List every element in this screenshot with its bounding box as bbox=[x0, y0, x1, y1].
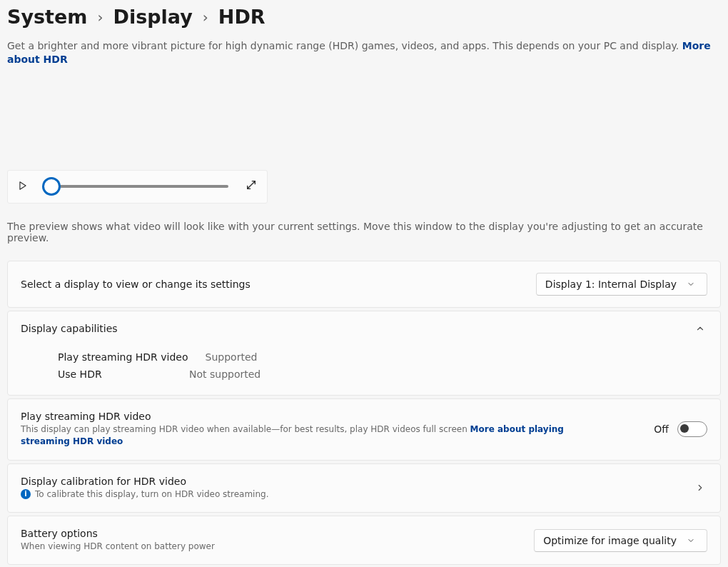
stream-hdr-state-label: Off bbox=[654, 423, 669, 435]
display-capabilities-card: Display capabilities Play streaming HDR … bbox=[7, 311, 721, 396]
chevron-down-icon bbox=[684, 280, 698, 288]
lead-text: Get a brighter and more vibrant picture … bbox=[7, 40, 682, 51]
battery-options-dropdown[interactable]: Optimize for image quality bbox=[534, 529, 707, 552]
stream-hdr-toggle[interactable] bbox=[677, 421, 707, 437]
svg-marker-0 bbox=[20, 182, 26, 190]
breadcrumb-system[interactable]: System bbox=[7, 6, 87, 28]
stream-hdr-desc: This display can play streaming HDR vide… bbox=[21, 423, 577, 448]
capability-row: Play streaming HDR video Supported bbox=[58, 348, 707, 366]
capability-label: Play streaming HDR video bbox=[58, 348, 188, 366]
calibration-title: Display calibration for HDR video bbox=[21, 476, 268, 487]
preview-slider[interactable] bbox=[45, 185, 228, 188]
display-capabilities-title: Display capabilities bbox=[21, 323, 118, 334]
breadcrumb: System › Display › HDR bbox=[7, 4, 721, 32]
display-selector-label: Select a display to view or change its s… bbox=[21, 279, 251, 290]
slider-thumb[interactable] bbox=[42, 177, 61, 196]
chevron-up-icon bbox=[693, 323, 707, 333]
display-capabilities-body: Play streaming HDR video Supported Use H… bbox=[8, 346, 720, 395]
play-icon[interactable] bbox=[18, 180, 28, 194]
calibration-note-row: i To calibrate this display, turn on HDR… bbox=[21, 488, 268, 501]
stream-hdr-title: Play streaming HDR video bbox=[21, 411, 577, 422]
page-description: Get a brighter and more vibrant picture … bbox=[7, 39, 721, 66]
display-capabilities-header[interactable]: Display capabilities bbox=[8, 311, 720, 346]
capability-value: Supported bbox=[206, 348, 258, 366]
battery-options-title: Battery options bbox=[21, 528, 215, 539]
capability-value: Not supported bbox=[189, 366, 261, 383]
chevron-right-icon: › bbox=[97, 9, 103, 26]
calibration-note: To calibrate this display, turn on HDR v… bbox=[35, 488, 268, 501]
battery-options-sub: When viewing HDR content on battery powe… bbox=[21, 541, 215, 553]
breadcrumb-hdr: HDR bbox=[218, 6, 266, 28]
capability-label: Use HDR bbox=[58, 366, 172, 383]
chevron-right-icon: › bbox=[203, 9, 208, 26]
chevron-right-icon bbox=[693, 483, 707, 493]
info-icon: i bbox=[21, 489, 31, 499]
stream-hdr-card: Play streaming HDR video This display ca… bbox=[7, 398, 721, 461]
display-selector-dropdown[interactable]: Display 1: Internal Display bbox=[536, 273, 707, 296]
battery-options-value: Optimize for image quality bbox=[543, 535, 677, 546]
preview-note: The preview shows what video will look l… bbox=[7, 221, 721, 244]
preview-control-bar bbox=[7, 170, 268, 204]
fullscreen-icon[interactable] bbox=[246, 179, 257, 194]
stream-hdr-desc-text: This display can play streaming HDR vide… bbox=[21, 424, 470, 434]
breadcrumb-display[interactable]: Display bbox=[113, 6, 192, 28]
capability-row: Use HDR Not supported bbox=[58, 366, 707, 383]
display-selector-card: Select a display to view or change its s… bbox=[7, 261, 721, 308]
chevron-down-icon bbox=[684, 536, 698, 545]
display-selector-value: Display 1: Internal Display bbox=[545, 279, 677, 290]
battery-options-card: Battery options When viewing HDR content… bbox=[7, 516, 721, 565]
calibration-card[interactable]: Display calibration for HDR video i To c… bbox=[7, 463, 721, 513]
